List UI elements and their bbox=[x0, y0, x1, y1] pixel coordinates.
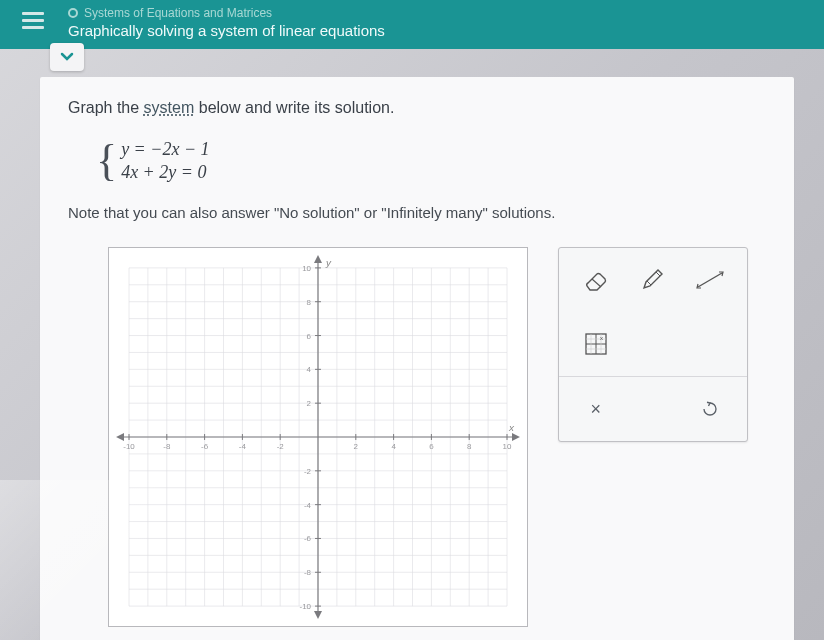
svg-text:-6: -6 bbox=[201, 442, 209, 451]
undo-icon bbox=[701, 400, 719, 418]
content-panel: Graph the system below and write its sol… bbox=[40, 77, 794, 640]
app-header: Systems of Equations and Matrices Graphi… bbox=[0, 0, 824, 49]
svg-text:-2: -2 bbox=[277, 442, 285, 451]
svg-text:2: 2 bbox=[307, 399, 312, 408]
eraser-tool[interactable] bbox=[572, 260, 620, 300]
eraser-icon bbox=[582, 269, 610, 291]
graph-canvas[interactable]: y x -10-10-8-8-6-6-4-4-2-2224466881010 bbox=[108, 247, 528, 627]
equation-1: y = −2x − 1 bbox=[121, 139, 209, 160]
collapse-toggle[interactable] bbox=[50, 43, 84, 71]
svg-text:4: 4 bbox=[307, 365, 312, 374]
coordinate-grid: y x -10-10-8-8-6-6-4-4-2-2224466881010 bbox=[109, 248, 527, 626]
svg-text:10: 10 bbox=[302, 264, 311, 273]
pencil-tool[interactable] bbox=[629, 260, 677, 300]
svg-text:-10: -10 bbox=[123, 442, 135, 451]
chevron-down-icon bbox=[60, 52, 74, 62]
pencil-icon bbox=[640, 268, 666, 292]
equation-system: { y = −2x − 1 4x + 2y = 0 bbox=[96, 135, 766, 186]
svg-text:-4: -4 bbox=[239, 442, 247, 451]
y-axis-label: y bbox=[325, 257, 332, 268]
svg-line-87 bbox=[698, 273, 722, 287]
svg-text:-10: -10 bbox=[300, 602, 312, 611]
svg-line-86 bbox=[656, 272, 660, 276]
line-icon bbox=[695, 270, 725, 290]
instruction-note: Note that you can also answer "No soluti… bbox=[68, 204, 766, 221]
svg-text:6: 6 bbox=[307, 332, 312, 341]
grid-icon: x bbox=[584, 332, 608, 356]
brace-icon: { bbox=[96, 135, 117, 186]
line-tool[interactable] bbox=[686, 260, 734, 300]
reset-button[interactable] bbox=[686, 389, 734, 429]
clear-button[interactable]: × bbox=[572, 389, 620, 429]
breadcrumb: Systems of Equations and Matrices bbox=[68, 6, 824, 20]
svg-text:4: 4 bbox=[391, 442, 396, 451]
svg-text:10: 10 bbox=[503, 442, 512, 451]
svg-text:-4: -4 bbox=[304, 501, 312, 510]
svg-text:-8: -8 bbox=[163, 442, 171, 451]
svg-text:-8: -8 bbox=[304, 568, 312, 577]
x-axis-label: x bbox=[508, 422, 515, 433]
grid-zoom-tool[interactable]: x bbox=[572, 324, 620, 364]
svg-line-85 bbox=[647, 281, 651, 285]
svg-text:x: x bbox=[600, 335, 603, 341]
question-prompt: Graph the system below and write its sol… bbox=[68, 99, 766, 117]
menu-icon[interactable] bbox=[22, 12, 44, 30]
breadcrumb-label: Systems of Equations and Matrices bbox=[84, 6, 272, 20]
svg-text:-2: -2 bbox=[304, 467, 312, 476]
close-icon: × bbox=[590, 399, 601, 420]
svg-text:6: 6 bbox=[429, 442, 434, 451]
svg-text:-6: -6 bbox=[304, 534, 312, 543]
page-title: Graphically solving a system of linear e… bbox=[68, 22, 824, 39]
svg-line-84 bbox=[592, 279, 601, 287]
system-term-link[interactable]: system bbox=[144, 99, 195, 116]
equation-2: 4x + 2y = 0 bbox=[121, 162, 209, 183]
svg-text:2: 2 bbox=[354, 442, 359, 451]
svg-text:8: 8 bbox=[307, 298, 312, 307]
svg-text:8: 8 bbox=[467, 442, 472, 451]
breadcrumb-dot-icon bbox=[68, 8, 78, 18]
tool-panel: x × bbox=[558, 247, 748, 442]
